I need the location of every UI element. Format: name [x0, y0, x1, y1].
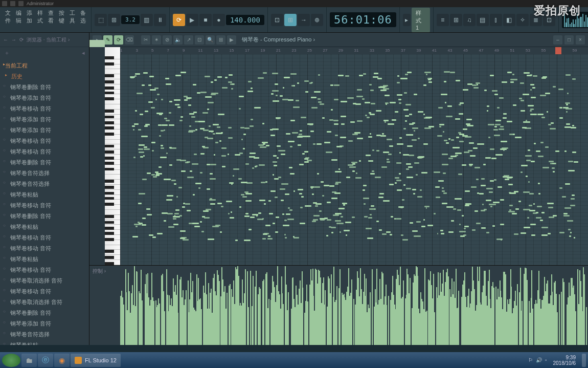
midi-note[interactable]: [503, 149, 505, 151]
midi-note[interactable]: [467, 125, 473, 126]
midi-note[interactable]: [282, 99, 288, 100]
midi-note[interactable]: [241, 194, 244, 196]
midi-note[interactable]: [320, 218, 326, 220]
midi-note[interactable]: [514, 233, 518, 235]
view-pianoroll-icon[interactable]: ♫: [463, 14, 476, 26]
midi-note[interactable]: [548, 124, 551, 125]
midi-note[interactable]: [509, 205, 513, 206]
midi-note[interactable]: [313, 202, 317, 204]
midi-note[interactable]: [442, 164, 448, 165]
midi-note[interactable]: [503, 117, 507, 119]
midi-note[interactable]: [538, 193, 541, 194]
midi-note[interactable]: [304, 136, 310, 137]
midi-note[interactable]: [441, 94, 447, 95]
midi-note[interactable]: [193, 194, 195, 196]
menu-2[interactable]: 添加: [27, 9, 32, 25]
midi-note[interactable]: [324, 142, 330, 143]
history-item[interactable]: 钢琴卷粘贴: [0, 222, 89, 232]
midi-note[interactable]: [385, 95, 390, 96]
midi-note[interactable]: [396, 218, 401, 220]
tempo-display[interactable]: 140.000: [226, 15, 264, 25]
midi-note[interactable]: [521, 232, 526, 234]
midi-note[interactable]: [374, 208, 376, 210]
midi-note[interactable]: [142, 218, 146, 219]
midi-note[interactable]: [222, 87, 228, 89]
midi-note[interactable]: [285, 237, 287, 239]
midi-note[interactable]: [429, 78, 433, 79]
midi-note[interactable]: [562, 196, 566, 198]
midi-note[interactable]: [492, 90, 497, 92]
song-mode-icon[interactable]: ⊞: [108, 14, 120, 26]
midi-note[interactable]: [370, 214, 372, 215]
midi-note[interactable]: [166, 199, 172, 201]
midi-note[interactable]: [184, 96, 188, 97]
midi-note[interactable]: [217, 126, 220, 128]
midi-note[interactable]: [362, 98, 364, 100]
midi-note[interactable]: [370, 173, 375, 175]
pr-delete-tool-icon[interactable]: ⌫: [125, 35, 134, 45]
midi-note[interactable]: [483, 164, 486, 165]
close-button[interactable]: [18, 1, 24, 6]
midi-note[interactable]: [161, 145, 163, 146]
midi-note[interactable]: [500, 126, 504, 127]
midi-note[interactable]: [412, 122, 416, 124]
midi-note[interactable]: [381, 166, 387, 168]
midi-note[interactable]: [200, 92, 207, 93]
midi-note[interactable]: [134, 75, 137, 77]
midi-note[interactable]: [370, 133, 371, 135]
midi-note[interactable]: [559, 107, 562, 109]
midi-note[interactable]: [534, 143, 536, 144]
view-browser-icon[interactable]: ▤: [477, 14, 489, 26]
nav-reload-icon[interactable]: ⟳: [19, 37, 24, 42]
midi-note[interactable]: [549, 217, 554, 218]
midi-note[interactable]: [408, 166, 413, 168]
midi-note[interactable]: [238, 178, 242, 180]
midi-note[interactable]: [568, 170, 575, 171]
midi-note[interactable]: [418, 111, 423, 113]
midi-note[interactable]: [385, 102, 389, 104]
midi-note[interactable]: [428, 126, 434, 127]
history-item[interactable]: 钢琴卷移动 音符: [0, 232, 89, 243]
midi-note[interactable]: [540, 142, 544, 143]
show-desktop-button[interactable]: [582, 354, 586, 367]
midi-note[interactable]: [515, 137, 522, 138]
midi-note[interactable]: [357, 89, 362, 91]
midi-note[interactable]: [550, 128, 555, 129]
midi-note[interactable]: [376, 221, 379, 222]
midi-note[interactable]: [533, 75, 537, 77]
midi-note[interactable]: [327, 219, 331, 221]
midi-note[interactable]: [331, 109, 333, 111]
midi-note[interactable]: [150, 89, 155, 91]
midi-note[interactable]: [180, 72, 187, 73]
midi-note[interactable]: [477, 143, 484, 145]
midi-note[interactable]: [229, 182, 234, 184]
midi-note[interactable]: [210, 203, 216, 205]
midi-note[interactable]: [442, 154, 448, 155]
midi-note[interactable]: [406, 168, 409, 170]
midi-note[interactable]: [228, 127, 232, 128]
midi-note[interactable]: [208, 239, 215, 240]
midi-note[interactable]: [335, 182, 341, 183]
link-4-icon[interactable]: ⊕: [311, 14, 323, 26]
midi-note[interactable]: [216, 133, 222, 134]
midi-note[interactable]: [222, 166, 225, 167]
midi-note[interactable]: [322, 195, 324, 197]
midi-note[interactable]: [151, 107, 155, 109]
midi-note[interactable]: [211, 93, 218, 94]
midi-note[interactable]: [489, 191, 493, 193]
midi-note[interactable]: [383, 151, 389, 153]
midi-note[interactable]: [217, 76, 222, 78]
midi-note[interactable]: [144, 146, 147, 148]
midi-note[interactable]: [391, 216, 393, 218]
midi-note[interactable]: [218, 114, 224, 115]
midi-note[interactable]: [260, 146, 266, 148]
midi-note[interactable]: [406, 177, 413, 178]
midi-note[interactable]: [164, 129, 166, 131]
pr-t5-icon[interactable]: ↗: [184, 35, 193, 45]
channel-tab[interactable]: [89, 40, 105, 47]
midi-note[interactable]: [277, 157, 279, 159]
midi-note[interactable]: [230, 83, 235, 85]
midi-note[interactable]: [221, 155, 227, 157]
history-item[interactable]: 钢琴卷移动 音符: [0, 146, 89, 157]
midi-note[interactable]: [194, 226, 200, 227]
